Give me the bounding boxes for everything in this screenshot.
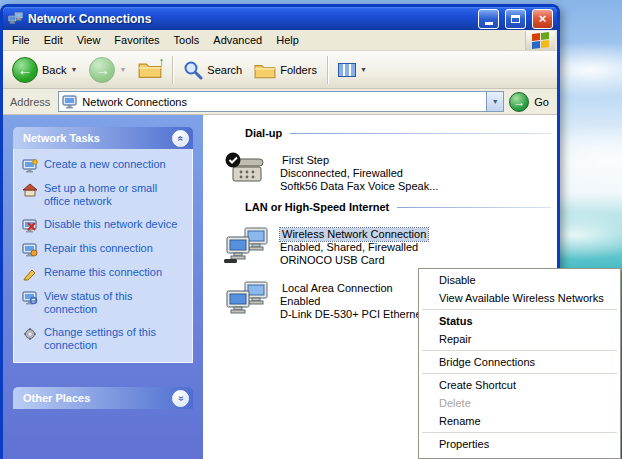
task-item-change-settings[interactable]: Change settings of this connection: [22, 326, 186, 353]
context-menu-separator: [422, 373, 617, 374]
back-dropdown-icon[interactable]: ▼: [70, 66, 77, 73]
task-label: View status of this connection: [44, 290, 186, 317]
network-connections-window-icon: [7, 11, 24, 26]
task-label: Create a new connection: [44, 158, 166, 173]
folders-button[interactable]: Folders: [249, 59, 322, 81]
disable-device-icon: [22, 219, 38, 233]
context-menu-bridge-connections[interactable]: Bridge Connections: [419, 353, 620, 371]
go-button[interactable]: →: [509, 92, 529, 112]
menu-tools[interactable]: Tools: [167, 31, 207, 49]
home-network-icon: [22, 183, 38, 197]
menu-view[interactable]: View: [70, 31, 108, 49]
back-button[interactable]: ← Back ▼: [7, 55, 82, 85]
network-connections-icon: [62, 95, 78, 109]
minimize-icon: [485, 22, 493, 25]
task-item-rename-connection[interactable]: Rename this connection: [22, 266, 186, 281]
menu-bar: File Edit View Favorites Tools Advanced …: [3, 30, 557, 51]
menu-favorites[interactable]: Favorites: [107, 31, 166, 49]
task-item-home-network[interactable]: Set up a home or small office network: [22, 182, 186, 209]
context-menu-create-shortcut[interactable]: Create Shortcut: [419, 376, 620, 394]
menu-edit[interactable]: Edit: [37, 31, 70, 49]
context-menu-separator: [422, 432, 617, 433]
forward-button[interactable]: → ▼: [84, 55, 131, 85]
connection-status: Disconnected, Firewalled: [280, 167, 438, 180]
task-label: Set up a home or small office network: [44, 182, 186, 209]
search-button[interactable]: Search: [178, 58, 247, 82]
view-status-icon: [22, 291, 38, 305]
group-title: LAN or High-Speed Internet: [245, 201, 389, 213]
task-item-view-status[interactable]: View status of this connection: [22, 290, 186, 317]
other-places-panel: Other Places «: [13, 387, 193, 409]
network-tasks-panel: Network Tasks « Create a new connection …: [13, 127, 193, 363]
repair-connection-icon: [22, 243, 38, 257]
views-button[interactable]: ▼: [333, 61, 372, 79]
connection-device: D-Link DE-530+ PCI Etherne...: [280, 308, 431, 321]
context-menu-view-available-wireless[interactable]: View Available Wireless Networks: [419, 289, 620, 307]
connection-status: Enabled: [280, 295, 431, 308]
menu-help[interactable]: Help: [269, 31, 306, 49]
task-label: Rename this connection: [44, 266, 162, 281]
connection-name[interactable]: Wireless Network Connection: [280, 228, 428, 241]
views-icon: [338, 63, 356, 77]
context-menu-status[interactable]: Status: [419, 312, 620, 330]
back-label: Back: [42, 64, 66, 76]
lan-connection-icon: [223, 279, 271, 319]
forward-dropdown-icon: ▼: [119, 66, 126, 73]
task-item-disable-device[interactable]: Disable this network device: [22, 218, 186, 233]
menu-advanced[interactable]: Advanced: [206, 31, 269, 49]
toolbar-separator: [172, 56, 173, 84]
connection-name[interactable]: First Step: [280, 154, 331, 167]
address-label: Address: [7, 96, 53, 108]
change-settings-icon: [22, 327, 38, 341]
connection-device: ORiNOCO USB Card: [280, 254, 428, 267]
windows-logo-icon: [525, 31, 555, 50]
connection-item-wireless[interactable]: Wireless Network Connection Enabled, Sha…: [223, 225, 557, 267]
group-title: Dial-up: [245, 127, 282, 139]
forward-icon: →: [89, 57, 115, 83]
context-menu-repair[interactable]: Repair: [419, 330, 620, 348]
collapse-chevron-icon[interactable]: «: [172, 130, 189, 147]
context-menu-delete: Delete: [419, 394, 620, 412]
context-menu-rename[interactable]: Rename: [419, 412, 620, 430]
network-tasks-header[interactable]: Network Tasks «: [13, 127, 193, 149]
address-dropdown-button[interactable]: ▼: [486, 92, 503, 111]
group-rule: [397, 207, 551, 208]
group-header-lan: LAN or High-Speed Internet: [245, 201, 551, 213]
address-value: Network Connections: [82, 96, 187, 108]
context-menu-disable[interactable]: Disable: [419, 271, 620, 289]
views-dropdown-icon: ▼: [360, 66, 367, 73]
task-item-repair-connection[interactable]: Repair this connection: [22, 242, 186, 257]
close-button[interactable]: ×: [532, 9, 553, 29]
folders-label: Folders: [280, 64, 317, 76]
go-label: Go: [534, 96, 553, 108]
wireless-connection-icon: [223, 225, 271, 265]
up-button[interactable]: ↑: [133, 57, 167, 83]
menu-file[interactable]: File: [5, 31, 37, 49]
context-menu-properties[interactable]: Properties: [419, 435, 620, 453]
connection-device: Softk56 Data Fax Voice Speak...: [280, 180, 438, 193]
search-label: Search: [207, 64, 242, 76]
new-connection-icon: [22, 159, 38, 173]
address-input[interactable]: Network Connections ▼: [58, 91, 504, 112]
window-title: Network Connections: [28, 12, 472, 26]
sidebar: Network Tasks « Create a new connection …: [3, 115, 203, 459]
dialup-modem-icon: [223, 151, 271, 191]
toolbar-separator: [327, 56, 328, 84]
expand-chevron-icon[interactable]: «: [172, 390, 189, 407]
group-header-dialup: Dial-up: [245, 127, 551, 139]
connection-item-first-step[interactable]: First Step Disconnected, Firewalled Soft…: [223, 151, 557, 193]
up-folder-icon: ↑: [138, 59, 162, 81]
task-item-create-connection[interactable]: Create a new connection: [22, 158, 186, 173]
network-tasks-title: Network Tasks: [23, 132, 100, 144]
context-menu-separator: [422, 309, 617, 310]
network-tasks-body: Create a new connection Set up a home or…: [13, 149, 193, 363]
address-bar: Address Network Connections ▼ → Go: [3, 89, 557, 115]
maximize-button[interactable]: [505, 9, 526, 29]
desktop: Network Connections × File Edit View Fav…: [0, 0, 622, 459]
title-bar[interactable]: Network Connections ×: [3, 7, 557, 30]
minimize-button[interactable]: [478, 9, 499, 29]
connection-name[interactable]: Local Area Connection: [280, 282, 395, 295]
back-icon: ←: [12, 57, 38, 83]
search-icon: [183, 60, 203, 80]
other-places-header[interactable]: Other Places «: [13, 387, 193, 409]
